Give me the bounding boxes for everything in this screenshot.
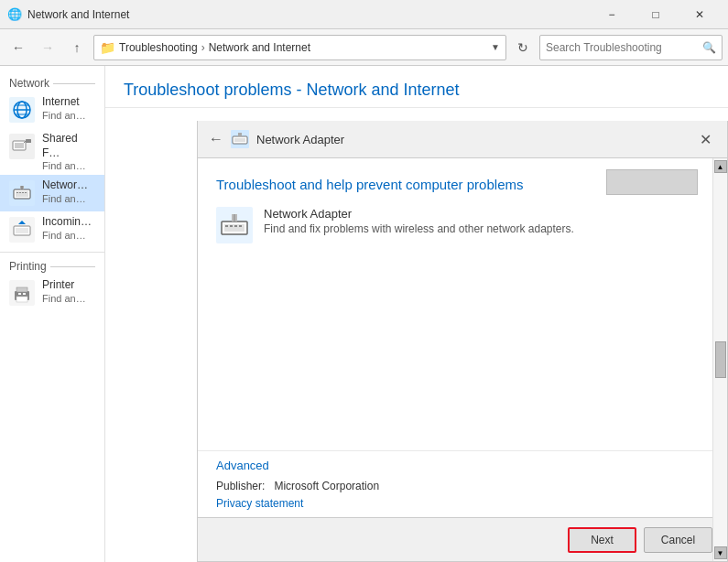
svg-rect-27 (16, 297, 27, 302)
sidebar-item-internet-sub: Find an… (42, 110, 86, 121)
content-area: Troubleshoot problems - Network and Inte… (105, 66, 728, 562)
svg-rect-8 (15, 143, 24, 148)
sidebar-item-printer-label: Printer (42, 278, 86, 293)
svg-rect-28 (18, 293, 21, 295)
panel-header-icon (231, 130, 249, 148)
back-button[interactable]: ← (5, 35, 31, 60)
panel-subtitle: Troubleshoot and help prevent computer p… (216, 177, 698, 192)
panel-body: Troubleshoot and help prevent computer p… (198, 158, 727, 450)
breadcrumb-troubleshooting[interactable]: Troubleshooting (119, 41, 198, 54)
troubleshoot-panel: ← Network Adapter ✕ ▲ ▼ (197, 121, 728, 562)
panel-header: ← Network Adapter ✕ (198, 121, 727, 158)
sidebar-item-incoming-label: Incomin… (42, 215, 92, 230)
svg-rect-37 (225, 225, 228, 227)
publisher-value: Microsoft Corporation (274, 480, 379, 492)
breadcrumb-network-internet[interactable]: Network and Internet (209, 41, 310, 54)
sidebar-item-shared-label: Shared F… (42, 132, 97, 160)
publisher-label: Publisher: (216, 480, 265, 492)
search-icon: 🔍 (702, 41, 716, 54)
panel-back-button[interactable]: ← (209, 131, 223, 147)
search-input[interactable] (546, 41, 699, 54)
window-title: Network and Internet (27, 8, 591, 21)
svg-rect-38 (230, 225, 233, 227)
internet-icon (7, 95, 37, 124)
network-adapter-icon (7, 178, 37, 208)
svg-rect-33 (238, 133, 242, 136)
publisher-line: Publisher: Microsoft Corporation (216, 480, 709, 492)
shared-icon (7, 132, 37, 161)
forward-button[interactable]: → (35, 35, 60, 60)
window-icon: 🌐 (7, 7, 22, 22)
svg-rect-32 (234, 138, 245, 142)
troubleshoot-item-title: Network Adapter (264, 207, 574, 221)
breadcrumb-sep-1: › (201, 41, 205, 54)
sidebar-item-network-sub: Find an… (42, 193, 88, 204)
panel-footer: Advanced Publisher: Microsoft Corporatio… (198, 450, 727, 517)
title-bar: 🌐 Network and Internet − □ ✕ (0, 0, 728, 29)
sidebar-item-internet-label: Internet (42, 95, 86, 110)
folder-icon: 📁 (100, 40, 115, 55)
sidebar-heading-printing: Printing (0, 256, 104, 275)
privacy-link[interactable]: Privacy statement (216, 497, 303, 510)
panel-close-button[interactable]: ✕ (694, 128, 716, 150)
svg-rect-40 (239, 225, 242, 227)
button-bar: Next Cancel (198, 517, 727, 561)
svg-rect-17 (25, 192, 27, 193)
main-container: Network Internet Find an… (0, 66, 728, 562)
refresh-button[interactable]: ↻ (510, 35, 536, 60)
dropdown-arrow-icon: ▼ (491, 42, 500, 52)
svg-rect-29 (23, 293, 26, 295)
svg-rect-14 (16, 192, 18, 193)
sidebar-item-incoming[interactable]: Incomin… Find an… (0, 211, 104, 248)
sidebar-item-shared[interactable]: Shared F… Find an… (0, 128, 104, 175)
sidebar-item-incoming-sub: Find an… (42, 230, 92, 241)
svg-rect-15 (19, 192, 21, 193)
cancel-button[interactable]: Cancel (644, 527, 712, 553)
network-adapter-large-icon (216, 207, 253, 243)
advanced-link[interactable]: Advanced (216, 459, 269, 472)
window-controls: − □ ✕ (591, 0, 721, 29)
up-button[interactable]: ↑ (64, 35, 90, 60)
sidebar: Network Internet Find an… (0, 66, 105, 562)
address-field[interactable]: 📁 Troubleshooting › Network and Internet… (93, 35, 506, 60)
maximize-button[interactable]: □ (635, 0, 677, 29)
scroll-down-button[interactable]: ▼ (714, 546, 727, 559)
troubleshoot-item-details: Network Adapter Find and fix problems wi… (264, 207, 574, 235)
sidebar-item-network[interactable]: Networ… Find an… (0, 175, 104, 211)
sidebar-divider (0, 252, 104, 253)
svg-rect-13 (16, 191, 28, 197)
svg-rect-22 (16, 228, 28, 233)
svg-rect-39 (234, 225, 237, 227)
address-bar: ← → ↑ 📁 Troubleshooting › Network and In… (0, 29, 728, 66)
svg-rect-9 (26, 139, 31, 143)
breadcrumb: Troubleshooting › Network and Internet (119, 41, 487, 54)
sidebar-item-network-label: Networ… (42, 178, 88, 193)
next-button[interactable]: Next (568, 527, 636, 553)
back-arrow-icon: ← (209, 131, 223, 147)
svg-rect-26 (16, 287, 27, 292)
close-button[interactable]: ✕ (679, 0, 721, 29)
minimize-button[interactable]: − (591, 0, 633, 29)
page-title: Troubleshoot problems - Network and Inte… (105, 66, 728, 108)
sidebar-heading-network: Network (0, 73, 104, 92)
troubleshoot-item-desc: Find and fix problems with wireless and … (264, 222, 574, 235)
sidebar-item-printer-sub: Find an… (42, 293, 86, 304)
incoming-icon (7, 215, 37, 244)
search-box[interactable]: 🔍 (539, 35, 723, 60)
sidebar-item-internet[interactable]: Internet Find an… (0, 92, 104, 128)
troubleshoot-item: Network Adapter Find and fix problems wi… (216, 207, 698, 243)
sidebar-item-shared-sub: Find an… (42, 160, 97, 171)
printer-icon (7, 278, 37, 308)
svg-rect-16 (22, 192, 24, 193)
panel-title: Network Adapter (256, 133, 344, 146)
sidebar-item-printer[interactable]: Printer Find an… (0, 275, 104, 311)
